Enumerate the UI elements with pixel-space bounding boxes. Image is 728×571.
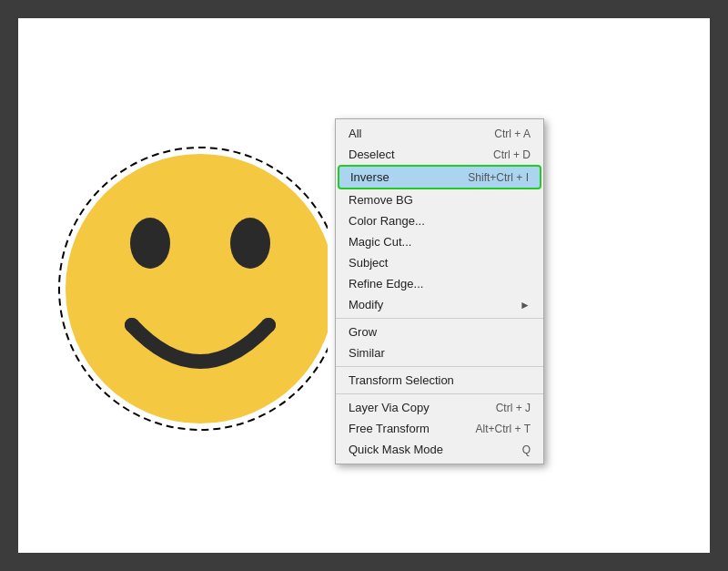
svg-point-3: [230, 218, 270, 269]
svg-point-4: [125, 318, 139, 332]
menu-item-color-range-label: Color Range...: [349, 214, 531, 228]
menu-item-magic-cut-label: Magic Cut...: [349, 235, 531, 249]
menu-item-grow-label: Grow: [349, 325, 531, 339]
menu-item-inverse-shortcut: Shift+Ctrl + I: [468, 171, 529, 184]
menu-item-similar[interactable]: Similar: [336, 342, 543, 363]
menu-item-all-shortcut: Ctrl + A: [494, 127, 531, 140]
menu-item-quick-mask-mode-shortcut: Q: [522, 444, 531, 456]
menu-item-similar-label: Similar: [349, 346, 531, 360]
context-menu: All Ctrl + A Deselect Ctrl + D Inverse S…: [335, 118, 544, 464]
menu-item-all[interactable]: All Ctrl + A: [336, 123, 543, 144]
menu-item-transform-selection[interactable]: Transform Selection: [336, 370, 543, 391]
menu-item-subject[interactable]: Subject: [336, 252, 543, 273]
menu-item-layer-via-copy-shortcut: Ctrl + J: [496, 402, 531, 414]
menu-item-subject-label: Subject: [349, 256, 531, 270]
menu-item-modify-arrow: ►: [520, 299, 531, 311]
menu-item-magic-cut[interactable]: Magic Cut...: [336, 231, 543, 252]
menu-item-remove-bg[interactable]: Remove BG: [336, 189, 543, 210]
menu-item-remove-bg-label: Remove BG: [349, 193, 531, 207]
menu-item-grow[interactable]: Grow: [336, 321, 543, 342]
svg-point-2: [130, 218, 170, 269]
menu-item-layer-via-copy-label: Layer Via Copy: [349, 401, 478, 414]
menu-item-layer-via-copy[interactable]: Layer Via Copy Ctrl + J: [336, 397, 543, 418]
svg-point-1: [66, 154, 328, 423]
svg-point-5: [261, 318, 276, 332]
menu-item-modify-label: Modify: [349, 298, 501, 311]
smiley-image: [55, 111, 328, 461]
menu-item-deselect[interactable]: Deselect Ctrl + D: [336, 144, 543, 165]
menu-item-free-transform-label: Free Transform: [349, 422, 458, 435]
menu-item-refine-edge[interactable]: Refine Edge...: [336, 273, 543, 294]
menu-item-deselect-shortcut: Ctrl + D: [493, 148, 531, 161]
canvas: All Ctrl + A Deselect Ctrl + D Inverse S…: [18, 18, 710, 553]
menu-separator-1: [336, 318, 543, 319]
menu-item-refine-edge-label: Refine Edge...: [349, 277, 531, 291]
menu-item-deselect-label: Deselect: [349, 148, 475, 161]
menu-item-color-range[interactable]: Color Range...: [336, 210, 543, 231]
menu-item-quick-mask-mode-label: Quick Mask Mode: [349, 443, 504, 456]
menu-item-all-label: All: [349, 127, 476, 140]
menu-item-inverse[interactable]: Inverse Shift+Ctrl + I: [338, 165, 541, 189]
menu-item-modify[interactable]: Modify ►: [336, 294, 543, 315]
menu-separator-2: [336, 366, 543, 367]
menu-separator-3: [336, 393, 543, 394]
menu-item-free-transform-shortcut: Alt+Ctrl + T: [476, 423, 531, 435]
menu-item-inverse-label: Inverse: [350, 170, 450, 184]
menu-item-free-transform[interactable]: Free Transform Alt+Ctrl + T: [336, 418, 543, 439]
menu-item-transform-selection-label: Transform Selection: [349, 373, 531, 387]
menu-item-quick-mask-mode[interactable]: Quick Mask Mode Q: [336, 439, 543, 460]
